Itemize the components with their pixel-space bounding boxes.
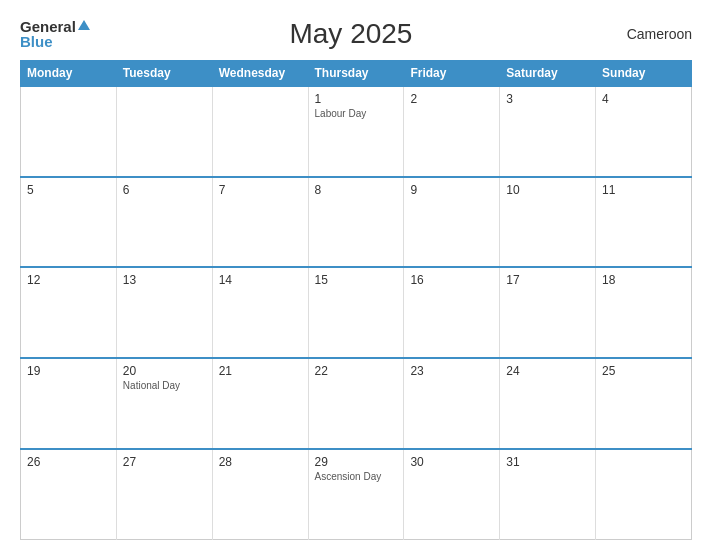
day-number: 3 bbox=[506, 92, 589, 106]
calendar-cell: 21 bbox=[212, 358, 308, 449]
logo-triangle-icon bbox=[78, 20, 90, 30]
day-number: 13 bbox=[123, 273, 206, 287]
calendar-cell: 2 bbox=[404, 86, 500, 177]
country-label: Cameroon bbox=[612, 26, 692, 42]
day-number: 15 bbox=[315, 273, 398, 287]
day-number: 7 bbox=[219, 183, 302, 197]
calendar-table: Monday Tuesday Wednesday Thursday Friday… bbox=[20, 60, 692, 540]
calendar-cell: 20National Day bbox=[116, 358, 212, 449]
header-friday: Friday bbox=[404, 61, 500, 87]
calendar-cell: 13 bbox=[116, 267, 212, 358]
day-number: 26 bbox=[27, 455, 110, 469]
logo-blue-text: Blue bbox=[20, 34, 53, 49]
calendar-cell: 9 bbox=[404, 177, 500, 268]
day-number: 28 bbox=[219, 455, 302, 469]
header-saturday: Saturday bbox=[500, 61, 596, 87]
header-wednesday: Wednesday bbox=[212, 61, 308, 87]
day-number: 23 bbox=[410, 364, 493, 378]
holiday-label: National Day bbox=[123, 380, 206, 391]
day-number: 8 bbox=[315, 183, 398, 197]
header-thursday: Thursday bbox=[308, 61, 404, 87]
day-number: 20 bbox=[123, 364, 206, 378]
page: General Blue May 2025 Cameroon Monday Tu… bbox=[0, 0, 712, 550]
day-number: 19 bbox=[27, 364, 110, 378]
day-number: 22 bbox=[315, 364, 398, 378]
calendar-cell: 23 bbox=[404, 358, 500, 449]
calendar-cell: 24 bbox=[500, 358, 596, 449]
calendar-cell: 5 bbox=[21, 177, 117, 268]
day-number: 10 bbox=[506, 183, 589, 197]
day-number: 2 bbox=[410, 92, 493, 106]
calendar-cell bbox=[212, 86, 308, 177]
day-number: 30 bbox=[410, 455, 493, 469]
calendar-cell: 26 bbox=[21, 449, 117, 540]
day-number: 4 bbox=[602, 92, 685, 106]
calendar-cell: 7 bbox=[212, 177, 308, 268]
day-number: 29 bbox=[315, 455, 398, 469]
day-number: 14 bbox=[219, 273, 302, 287]
calendar-cell: 3 bbox=[500, 86, 596, 177]
calendar-cell: 12 bbox=[21, 267, 117, 358]
calendar-cell: 18 bbox=[596, 267, 692, 358]
header-monday: Monday bbox=[21, 61, 117, 87]
holiday-label: Labour Day bbox=[315, 108, 398, 119]
day-number: 25 bbox=[602, 364, 685, 378]
calendar-cell: 16 bbox=[404, 267, 500, 358]
calendar-cell: 27 bbox=[116, 449, 212, 540]
day-number: 31 bbox=[506, 455, 589, 469]
logo-general-text: General bbox=[20, 19, 76, 34]
calendar-cell: 30 bbox=[404, 449, 500, 540]
calendar-cell: 28 bbox=[212, 449, 308, 540]
week-row-2: 567891011 bbox=[21, 177, 692, 268]
day-number: 16 bbox=[410, 273, 493, 287]
calendar-cell bbox=[596, 449, 692, 540]
week-row-4: 1920National Day2122232425 bbox=[21, 358, 692, 449]
day-number: 24 bbox=[506, 364, 589, 378]
calendar-cell bbox=[116, 86, 212, 177]
day-number: 6 bbox=[123, 183, 206, 197]
calendar-cell: 22 bbox=[308, 358, 404, 449]
header-tuesday: Tuesday bbox=[116, 61, 212, 87]
calendar-cell: 6 bbox=[116, 177, 212, 268]
day-number: 11 bbox=[602, 183, 685, 197]
calendar-cell bbox=[21, 86, 117, 177]
week-row-5: 26272829Ascension Day3031 bbox=[21, 449, 692, 540]
calendar-cell: 31 bbox=[500, 449, 596, 540]
day-number: 18 bbox=[602, 273, 685, 287]
day-number: 5 bbox=[27, 183, 110, 197]
day-header-row: Monday Tuesday Wednesday Thursday Friday… bbox=[21, 61, 692, 87]
calendar-cell: 15 bbox=[308, 267, 404, 358]
day-number: 9 bbox=[410, 183, 493, 197]
header: General Blue May 2025 Cameroon bbox=[20, 18, 692, 50]
day-number: 12 bbox=[27, 273, 110, 287]
day-number: 21 bbox=[219, 364, 302, 378]
calendar-body: 1Labour Day23456789101112131415161718192… bbox=[21, 86, 692, 540]
week-row-3: 12131415161718 bbox=[21, 267, 692, 358]
calendar-cell: 1Labour Day bbox=[308, 86, 404, 177]
calendar-cell: 10 bbox=[500, 177, 596, 268]
calendar-cell: 4 bbox=[596, 86, 692, 177]
day-number: 1 bbox=[315, 92, 398, 106]
calendar-cell: 11 bbox=[596, 177, 692, 268]
calendar-cell: 14 bbox=[212, 267, 308, 358]
calendar-cell: 17 bbox=[500, 267, 596, 358]
calendar-cell: 29Ascension Day bbox=[308, 449, 404, 540]
week-row-1: 1Labour Day234 bbox=[21, 86, 692, 177]
calendar-cell: 25 bbox=[596, 358, 692, 449]
day-number: 17 bbox=[506, 273, 589, 287]
logo: General Blue bbox=[20, 19, 90, 49]
day-number: 27 bbox=[123, 455, 206, 469]
calendar-header: Monday Tuesday Wednesday Thursday Friday… bbox=[21, 61, 692, 87]
calendar-cell: 19 bbox=[21, 358, 117, 449]
holiday-label: Ascension Day bbox=[315, 471, 398, 482]
calendar-title: May 2025 bbox=[90, 18, 612, 50]
calendar-cell: 8 bbox=[308, 177, 404, 268]
header-sunday: Sunday bbox=[596, 61, 692, 87]
